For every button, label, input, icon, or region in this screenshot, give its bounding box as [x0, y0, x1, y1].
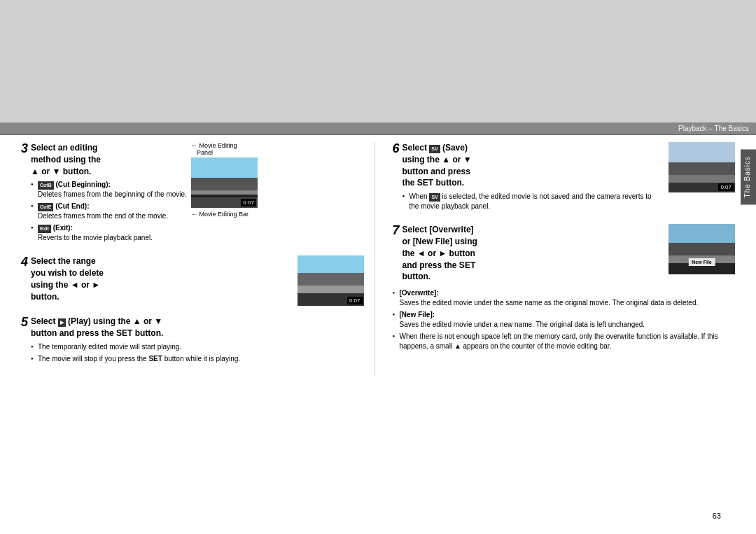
step-3-bullet-3: Exit (Exit): Reverts to the movie playba… — [31, 223, 187, 243]
play-icon: ▶ — [58, 318, 66, 327]
step-3-diagram-area: ← Movie Editing Panel 0:07 ← Movie Editi… — [191, 142, 261, 218]
step-7-bullet-overwrite: [Overwrite]: Saves the edited movie unde… — [393, 288, 736, 308]
step-5-number: 5 — [21, 316, 28, 328]
newfile-text: Saves the edited movie under a new name.… — [400, 321, 645, 328]
cut-beginning-label: (Cut Beginning): — [56, 181, 111, 188]
step-3-text: Select an editingmethod using the▲ or ▼ … — [31, 142, 187, 246]
overwrite-text: Saves the edited movie under the same na… — [400, 299, 699, 307]
save-icon: SV — [429, 145, 440, 153]
step-3-content: Select an editingmethod using the▲ or ▼ … — [31, 142, 261, 246]
step-6-title: Select SV (Save)using the ▲ or ▼button a… — [402, 142, 663, 189]
top-gray-area — [0, 0, 756, 122]
step-7-image: New File — [668, 224, 735, 274]
breadcrumb: Playback – The Basics — [678, 125, 749, 132]
step-7-number: 7 — [393, 224, 400, 237]
step-4-number: 4 — [21, 255, 28, 268]
step-5-block: 5 Select ▶ (Play) using the ▲ or ▼button… — [21, 316, 364, 367]
diagram-label-bar: ← Movie Editing Bar — [191, 211, 248, 218]
diagram-arrow-2: ← — [191, 211, 197, 218]
step-5-content: Select ▶ (Play) using the ▲ or ▼button a… — [31, 316, 240, 367]
header-bar: Playback – The Basics — [0, 122, 756, 135]
step-3-title: Select an editingmethod using the▲ or ▼ … — [31, 142, 187, 177]
step-6-number: 6 — [393, 142, 400, 155]
exit-label: (Exit): — [53, 224, 73, 232]
cut-beginning-text: Deletes frames from the beginning of the… — [38, 190, 187, 198]
step-4-title: Select the rangeyou wish to deleteusing … — [31, 255, 104, 302]
cut-end-icon: CutE — [38, 203, 53, 211]
page-number: 63 — [713, 512, 721, 520]
newfile-label: [New File]: — [400, 311, 435, 318]
step-7-block: 7 Select [Overwrite]or [New File] usingt… — [393, 224, 736, 351]
image-overlay-3: 0:07 — [718, 183, 734, 191]
diagram-label2-text: Panel — [191, 149, 213, 156]
save-icon-inline: SV — [429, 193, 440, 202]
new-file-label: New File — [688, 258, 715, 266]
step-3-block: 3 Select an editingmethod using the▲ or … — [21, 142, 364, 246]
overwrite-label: [Overwrite]: — [400, 289, 439, 297]
step-3-image: 0:07 — [191, 157, 258, 208]
step-4-block: 4 Select the rangeyou wish to deleteusin… — [21, 255, 364, 306]
step-6-inline: 6 Select SV (Save)using the ▲ or ▼button… — [393, 142, 664, 214]
step-3-number: 3 — [21, 142, 28, 155]
step-7-content: Select [Overwrite]or [New File] usingthe… — [402, 224, 477, 286]
step-4-inline: 4 Select the rangeyou wish to deleteusin… — [21, 255, 292, 305]
step-5-bullet-2: The movie will stop if you press the SET… — [31, 354, 240, 364]
right-column: 6 Select SV (Save)using the ▲ or ▼button… — [389, 142, 736, 377]
step-6-with-image: 6 Select SV (Save)using the ▲ or ▼button… — [393, 142, 736, 214]
step-4-text: 4 Select the rangeyou wish to deleteusin… — [21, 255, 292, 305]
image-overlay-2: 0:07 — [347, 297, 363, 304]
step-7-bullet-newfile: [New File]: Saves the edited movie under… — [393, 310, 736, 330]
cut-beginning-icon: CutB — [38, 181, 54, 190]
step-6-text: 6 Select SV (Save)using the ▲ or ▼button… — [393, 142, 664, 214]
step-3-inline: 3 Select an editingmethod using the▲ or … — [21, 142, 364, 246]
step-3-bullet-2: CutE (Cut End): Deletes frames from the … — [31, 202, 187, 221]
step-4-image: 0:07 — [298, 255, 364, 306]
step-6-bullet-1: When SV is selected, the edited movie is… — [402, 192, 663, 211]
step-7-title: Select [Overwrite]or [New File] usingthe… — [402, 224, 477, 283]
cut-end-label: (Cut End): — [55, 202, 89, 210]
step-6-bullets: When SV is selected, the edited movie is… — [402, 192, 663, 211]
step-3-bullet-1: CutB (Cut Beginning): Deletes frames fro… — [31, 180, 187, 199]
step-7-with-image: 7 Select [Overwrite]or [New File] usingt… — [393, 224, 736, 286]
diagram-label3-text: Movie Editing Bar — [199, 211, 248, 218]
step-4-with-image: 4 Select the rangeyou wish to deleteusin… — [21, 255, 364, 306]
diagram-arrow: ← — [191, 142, 197, 149]
diagram-label-movie-editing: ← Movie Editing Panel — [191, 142, 237, 156]
main-content: 3 Select an editingmethod using the▲ or … — [0, 135, 756, 384]
step-6-image: 0:07 — [668, 142, 735, 192]
step-4-content: Select the rangeyou wish to deleteusing … — [31, 255, 104, 305]
train-image-4: New File — [668, 224, 735, 274]
step-7-text: 7 Select [Overwrite]or [New File] usingt… — [393, 224, 664, 286]
step-5-title: Select ▶ (Play) using the ▲ or ▼button a… — [31, 316, 240, 339]
exit-text: Reverts to the movie playback panel. — [38, 234, 153, 241]
step-7-inline: 7 Select [Overwrite]or [New File] usingt… — [393, 224, 664, 286]
step-5-bullet-1: The temporarily edited movie will start … — [31, 342, 240, 352]
step-5-inline: 5 Select ▶ (Play) using the ▲ or ▼button… — [21, 316, 364, 367]
sidebar-tab: The Basics — [741, 149, 756, 204]
left-column: 3 Select an editingmethod using the▲ or … — [21, 142, 375, 377]
warning-text: When there is not enough space left on t… — [400, 332, 718, 350]
step-6-content: Select SV (Save)using the ▲ or ▼button a… — [402, 142, 663, 214]
step-6-block: 6 Select SV (Save)using the ▲ or ▼button… — [393, 142, 736, 214]
step-3-bullets: CutB (Cut Beginning): Deletes frames fro… — [31, 180, 187, 243]
image-overlay-1: 0:07 — [241, 199, 256, 206]
sidebar-label: The Basics — [743, 156, 751, 197]
step-7-bullets: [Overwrite]: Saves the edited movie unde… — [393, 288, 736, 351]
page-wrapper: Playback – The Basics 3 Select an editin… — [0, 0, 756, 534]
cut-end-text: Deletes frames from the end of the movie… — [38, 212, 168, 220]
step-7-bullet-warning: When there is not enough space left on t… — [393, 332, 736, 351]
step-5-bullets: The temporarily edited movie will start … — [31, 342, 240, 364]
diagram-label1-text: Movie Editing — [199, 142, 237, 149]
exit-icon: Exit — [38, 225, 51, 233]
